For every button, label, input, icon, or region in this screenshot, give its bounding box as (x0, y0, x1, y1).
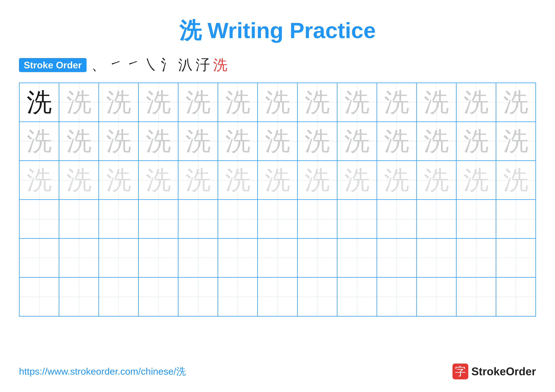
grid-cell-r1c4[interactable]: 洗 (139, 83, 178, 122)
grid-cell-r4c9[interactable] (337, 200, 377, 238)
char-trace: 洗 (265, 128, 290, 154)
grid-cell-r6c9[interactable] (337, 277, 377, 316)
grid-cell-r1c12[interactable]: 洗 (456, 83, 496, 122)
char-faint: 洗 (463, 167, 489, 193)
grid-cell-r2c2[interactable]: 洗 (59, 122, 99, 161)
grid-cell-r5c8[interactable] (297, 238, 337, 277)
grid-cell-r4c3[interactable] (99, 200, 139, 238)
grid-cell-r5c11[interactable] (416, 238, 456, 277)
grid-cell-r5c12[interactable] (456, 238, 496, 277)
footer-url[interactable]: https://www.strokeorder.com/chinese/洗 (19, 365, 186, 378)
grid-cell-r3c5[interactable]: 洗 (178, 161, 218, 200)
grid-cell-r3c1[interactable]: 洗 (19, 161, 59, 200)
grid-cell-r1c9[interactable]: 洗 (337, 83, 377, 122)
grid-cell-r5c9[interactable] (337, 238, 377, 277)
grid-cell-r1c8[interactable]: 洗 (297, 83, 337, 122)
grid-cell-r6c3[interactable] (99, 277, 139, 316)
grid-cell-r4c5[interactable] (178, 200, 218, 238)
char-trace: 洗 (305, 128, 330, 154)
grid-cell-r1c13[interactable]: 洗 (496, 83, 536, 122)
char-trace: 洗 (344, 128, 370, 154)
grid-cell-r2c6[interactable]: 洗 (218, 122, 258, 161)
grid-cell-r4c13[interactable] (496, 200, 536, 238)
grid-cell-r6c1[interactable] (19, 277, 59, 316)
grid-cell-r5c4[interactable] (139, 238, 178, 277)
grid-cell-r6c13[interactable] (496, 277, 536, 316)
grid-cell-r5c3[interactable] (99, 238, 139, 277)
grid-cell-r6c11[interactable] (416, 277, 456, 316)
grid-cell-r5c5[interactable] (178, 238, 218, 277)
grid-cell-r1c7[interactable]: 洗 (258, 83, 297, 122)
grid-cell-r2c10[interactable]: 洗 (377, 122, 416, 161)
grid-cell-r2c3[interactable]: 洗 (99, 122, 139, 161)
grid-cell-r4c6[interactable] (218, 200, 258, 238)
grid-cell-r6c10[interactable] (377, 277, 416, 316)
grid-cell-r5c6[interactable] (218, 238, 258, 277)
grid-cell-r3c8[interactable]: 洗 (297, 161, 337, 200)
grid-cell-r4c2[interactable] (59, 200, 99, 238)
footer: https://www.strokeorder.com/chinese/洗 字 … (19, 363, 536, 379)
grid-cell-r6c2[interactable] (59, 277, 99, 316)
grid-cell-r5c1[interactable] (19, 238, 59, 277)
grid-cell-r4c11[interactable] (416, 200, 456, 238)
char-faint: 洗 (225, 167, 250, 193)
grid-cell-r4c12[interactable] (456, 200, 496, 238)
char-trace: 洗 (463, 90, 489, 115)
char-trace: 洗 (424, 128, 449, 154)
grid-cell-r4c10[interactable] (377, 200, 416, 238)
grid-cell-r2c8[interactable]: 洗 (297, 122, 337, 161)
grid-cell-r1c3[interactable]: 洗 (99, 83, 139, 122)
grid-cell-r2c5[interactable]: 洗 (178, 122, 218, 161)
grid-cell-r3c6[interactable]: 洗 (218, 161, 258, 200)
grid-cell-r5c7[interactable] (258, 238, 297, 277)
char-faint: 洗 (185, 167, 211, 193)
grid-cell-r3c9[interactable]: 洗 (337, 161, 377, 200)
grid-cell-r3c11[interactable]: 洗 (416, 161, 456, 200)
grid-cell-r6c5[interactable] (178, 277, 218, 316)
grid-cell-r3c10[interactable]: 洗 (377, 161, 416, 200)
grid-cell-r6c7[interactable] (258, 277, 297, 316)
grid-cell-r3c4[interactable]: 洗 (139, 161, 178, 200)
grid-cell-r4c7[interactable] (258, 200, 297, 238)
grid-cell-r4c1[interactable] (19, 200, 59, 238)
grid-cell-r3c2[interactable]: 洗 (59, 161, 99, 200)
grid-cell-r1c6[interactable]: 洗 (218, 83, 258, 122)
grid-cell-r3c12[interactable]: 洗 (456, 161, 496, 200)
grid-cell-r2c7[interactable]: 洗 (258, 122, 297, 161)
grid-cell-r4c4[interactable] (139, 200, 178, 238)
char-trace: 洗 (384, 128, 409, 154)
grid-cell-r2c9[interactable]: 洗 (337, 122, 377, 161)
char-faint: 洗 (66, 167, 92, 193)
grid-cell-r5c13[interactable] (496, 238, 536, 277)
page-title: 洗 Writing Practice (19, 16, 536, 46)
grid-cell-r5c2[interactable] (59, 238, 99, 277)
grid-cell-r6c12[interactable] (456, 277, 496, 316)
grid-cell-r6c4[interactable] (139, 277, 178, 316)
stroke-5: 氵 (161, 55, 175, 75)
char-trace: 洗 (344, 90, 370, 115)
char-faint: 洗 (106, 167, 131, 193)
practice-grid: 洗 洗 洗 洗 洗 洗 洗 洗 洗 洗 洗 洗 洗 洗 洗 洗 洗 洗 洗 洗 … (19, 83, 536, 317)
grid-cell-r4c8[interactable] (297, 200, 337, 238)
grid-cell-r2c1[interactable]: 洗 (19, 122, 59, 161)
grid-cell-r1c10[interactable]: 洗 (377, 83, 416, 122)
grid-cell-r1c2[interactable]: 洗 (59, 83, 99, 122)
grid-cell-r1c5[interactable]: 洗 (178, 83, 218, 122)
grid-cell-r5c10[interactable] (377, 238, 416, 277)
grid-cell-r3c7[interactable]: 洗 (258, 161, 297, 200)
grid-cell-r3c3[interactable]: 洗 (99, 161, 139, 200)
page: 洗 Writing Practice Stroke Order 、 ㇀ ㇀ ㇏ … (0, 0, 555, 392)
grid-cell-r2c11[interactable]: 洗 (416, 122, 456, 161)
char-trace: 洗 (146, 128, 171, 154)
char-faint: 洗 (503, 167, 528, 193)
grid-cell-r2c13[interactable]: 洗 (496, 122, 536, 161)
grid-cell-r2c12[interactable]: 洗 (456, 122, 496, 161)
grid-cell-r6c8[interactable] (297, 277, 337, 316)
stroke-4: ㇏ (144, 55, 158, 75)
grid-cell-r6c6[interactable] (218, 277, 258, 316)
grid-cell-r2c4[interactable]: 洗 (139, 122, 178, 161)
grid-cell-r3c13[interactable]: 洗 (496, 161, 536, 200)
grid-cell-r1c1[interactable]: 洗 (19, 83, 59, 122)
char-trace: 洗 (463, 128, 489, 154)
grid-cell-r1c11[interactable]: 洗 (416, 83, 456, 122)
